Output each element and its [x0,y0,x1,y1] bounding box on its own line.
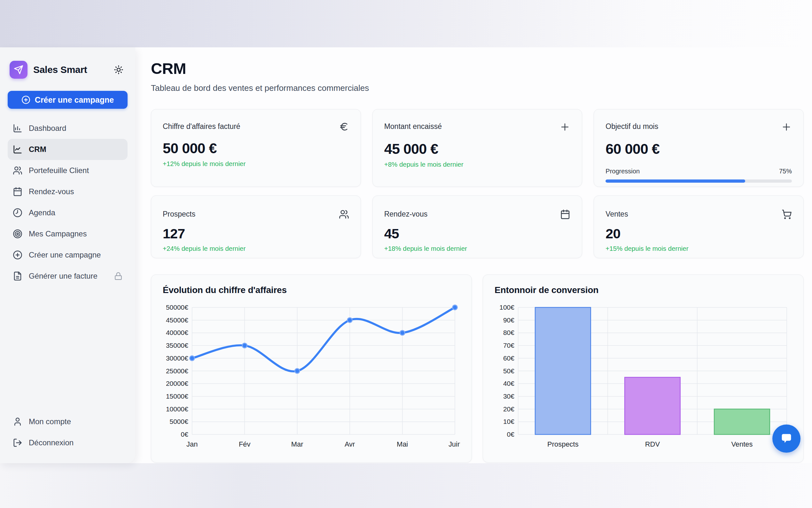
page-subtitle: Tableau de bord des ventes et performanc… [151,83,804,93]
svg-text:25000€: 25000€ [166,367,188,375]
svg-text:80€: 80€ [503,329,514,336]
svg-text:90€: 90€ [503,316,514,324]
svg-text:60€: 60€ [503,354,514,362]
svg-text:45000€: 45000€ [166,316,188,324]
stat-label: Chiffre d'affaires facturé [163,122,240,131]
create-campaign-button[interactable]: Créer une campagne [8,91,128,109]
svg-text:100€: 100€ [499,304,514,311]
stats-row-1: Chiffre d'affaires facturé 50 000 € +12%… [151,109,804,187]
svg-text:RDV: RDV [645,440,660,448]
stat-card-rendez-vous: Rendez-vous 45 +18% depuis le mois derni… [373,196,582,258]
svg-text:Fév: Fév [239,440,251,448]
brand-row: Sales Smart [8,61,128,79]
stat-label: Ventes [606,210,628,218]
sidebar-item-generer-facture[interactable]: Générer une facture [8,265,128,287]
sidebar-item-mon-compte[interactable]: Mon compte [8,412,128,431]
calendar-icon [560,209,570,221]
sidebar-item-rendez-vous[interactable]: Rendez-vous [8,181,128,202]
stat-card-montant-encaisse: Montant encaissé 45 000 € +8% depuis le … [373,109,582,187]
logout-icon [13,438,22,448]
svg-text:0€: 0€ [181,431,189,438]
users-icon [339,209,349,221]
stats-row-2: Prospects 127 +24% depuis le mois dernie… [151,196,804,258]
svg-text:0€: 0€ [507,431,515,438]
sidebar-spacer [8,287,128,412]
app-logo [10,61,28,79]
stat-delta: +12% depuis le mois dernier [163,160,349,168]
users-icon [13,166,22,175]
revenue-line-chart: 0€5000€10000€15000€20000€25000€30000€350… [163,302,460,452]
chat-button[interactable] [772,424,801,453]
bar-chart-icon [13,124,22,133]
page-title: CRM [151,59,804,77]
progress-label: Progression [606,168,640,175]
stat-delta: +15% depuis le mois dernier [606,245,792,252]
plus-icon [560,122,570,134]
stat-card-objectif-du-mois: Objectif du mois 60 000 € Progression 75… [594,109,804,187]
bottom-gradient-band [0,463,812,508]
stat-value: 20 [606,226,792,242]
shopping-cart-icon [782,209,792,221]
svg-text:Jan: Jan [186,440,198,448]
sun-icon [114,65,124,75]
sidebar-item-deconnexion[interactable]: Déconnexion [8,433,128,452]
stat-value: 45 000 € [384,141,571,157]
svg-text:Juin: Juin [448,440,460,448]
svg-text:Avr: Avr [345,440,355,448]
stat-label: Montant encaissé [384,122,442,131]
plus-circle-icon [13,250,22,260]
svg-text:Mai: Mai [397,440,408,448]
stat-delta: +24% depuis le mois dernier [163,245,349,252]
stat-value: 50 000 € [163,140,349,157]
sidebar-item-crm[interactable]: CRM [8,139,128,160]
svg-text:40€: 40€ [503,380,514,387]
stat-label: Objectif du mois [606,122,658,131]
stat-label: Rendez-vous [384,210,428,218]
sidebar-item-creer-campagne[interactable]: Créer une campagne [8,244,128,265]
chart-title: Évolution du chiffre d'affaires [163,285,460,295]
user-icon [13,417,22,426]
stat-label: Prospects [163,210,195,218]
plus-circle-icon [21,95,30,104]
svg-text:40000€: 40000€ [166,329,188,336]
svg-text:30000€: 30000€ [166,354,188,362]
sidebar-item-portefeuille-client[interactable]: Portefeuille Client [8,160,128,181]
sidebar-item-agenda[interactable]: Agenda [8,202,128,223]
progress-bar-fill [606,179,745,183]
svg-text:5000€: 5000€ [170,418,189,425]
conversion-bar-chart: 0€10€20€30€40€50€60€70€80€90€100€Prospec… [494,302,792,452]
stat-delta: +18% depuis le mois dernier [384,245,571,252]
chart-title: Entonnoir de conversion [494,285,792,295]
svg-text:15000€: 15000€ [166,392,188,400]
svg-text:10000€: 10000€ [166,405,188,413]
send-icon [14,65,23,75]
plus-icon [781,122,792,134]
stat-value: 127 [163,226,349,242]
stat-card-ventes: Ventes 20 +15% depuis le mois dernier [594,196,804,258]
calendar-icon [13,187,22,197]
top-gradient-band [0,0,812,47]
line-chart-icon [13,144,22,154]
progress-bar-track [606,179,792,183]
sidebar-footer: Mon compte Déconnexion [8,412,128,454]
svg-text:Prospects: Prospects [547,440,579,448]
sidebar: Sales Smart Créer une campagne Dashboard… [0,47,135,463]
stat-card-prospects: Prospects 127 +24% depuis le mois dernie… [151,196,361,258]
clock-icon [13,208,22,217]
sidebar-item-mes-campagnes[interactable]: Mes Campagnes [8,223,128,244]
svg-text:30€: 30€ [503,392,514,400]
sidebar-nav: Dashboard CRM Portefeuille Client Rendez… [8,118,128,287]
file-text-icon [13,271,22,281]
revenue-evolution-card: Évolution du chiffre d'affaires 0€5000€1… [151,274,472,463]
stat-value: 45 [384,226,571,242]
svg-text:50000€: 50000€ [166,304,188,311]
stat-value: 60 000 € [606,141,792,157]
sidebar-item-dashboard[interactable]: Dashboard [8,118,128,139]
app-title: Sales Smart [33,64,106,75]
target-icon [13,229,22,239]
svg-text:20000€: 20000€ [166,380,188,387]
svg-text:Mar: Mar [291,440,303,448]
theme-toggle-button[interactable] [111,63,126,77]
progress-percentage: 75% [779,168,792,175]
svg-text:70€: 70€ [503,342,514,349]
